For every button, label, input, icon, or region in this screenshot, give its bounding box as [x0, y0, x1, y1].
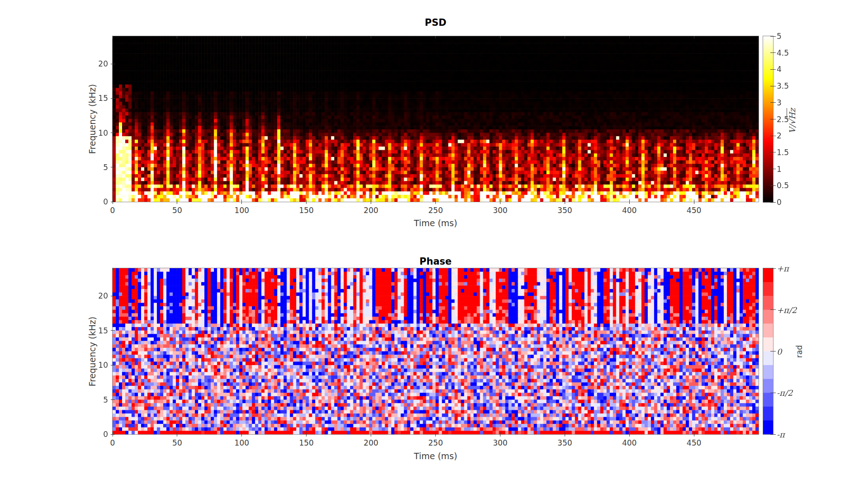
- x-tick-mark: [371, 432, 371, 437]
- colorbar-tick-label: 1: [777, 165, 782, 174]
- y-tick-label: 20: [81, 59, 108, 68]
- colorbar-tick-label: 3: [777, 98, 782, 107]
- x-tick-mark-top: [113, 36, 113, 38]
- x-tick-label: 0: [99, 206, 126, 215]
- colorbar-tick-label: 0.5: [777, 181, 789, 190]
- phase-xlabel: Time (ms): [113, 451, 759, 461]
- x-tick-mark: [694, 432, 694, 437]
- x-tick-mark-top: [565, 268, 565, 271]
- colorbar-tick-label: -π/2: [777, 388, 793, 398]
- x-tick-mark-top: [435, 36, 436, 38]
- x-tick-mark-top: [500, 268, 500, 271]
- x-tick-mark: [306, 199, 307, 204]
- x-tick-mark: [177, 199, 177, 204]
- x-tick-mark: [629, 199, 630, 204]
- x-tick-label: 200: [358, 206, 385, 215]
- y-tick-label: 5: [81, 395, 108, 404]
- x-tick-mark-top: [694, 268, 694, 271]
- phase-heatmap: [113, 268, 759, 434]
- x-tick-label: 150: [293, 438, 320, 447]
- colorbar-tick-mark: [770, 185, 776, 186]
- y-tick-label: 10: [81, 361, 108, 370]
- y-tick-mark: [111, 64, 115, 64]
- phase-plot-area: [112, 268, 759, 435]
- y-tick-mark: [111, 330, 115, 331]
- psd-plot-area: [112, 36, 759, 202]
- x-tick-mark-top: [306, 268, 307, 271]
- psd-xlabel: Time (ms): [113, 218, 759, 228]
- x-tick-mark-top: [565, 36, 565, 38]
- y-tick-mark: [111, 365, 115, 366]
- x-tick-mark: [694, 199, 694, 204]
- x-tick-mark: [177, 432, 177, 437]
- psd-title: PSD: [113, 17, 759, 28]
- colorbar-tick-mark: [770, 152, 776, 152]
- colorbar-tick-label: 0: [777, 198, 782, 207]
- colorbar-tick-mark: [770, 86, 776, 86]
- x-tick-mark-top: [629, 268, 630, 271]
- x-tick-mark: [565, 199, 565, 204]
- x-tick-mark-top: [500, 36, 500, 38]
- x-tick-mark: [500, 432, 500, 437]
- x-tick-mark-top: [241, 268, 242, 271]
- colorbar-tick-label: 1.5: [777, 148, 789, 157]
- x-tick-label: 300: [486, 438, 514, 447]
- x-tick-label: 50: [164, 206, 191, 215]
- x-tick-mark-top: [371, 268, 371, 271]
- x-tick-mark: [629, 432, 630, 437]
- colorbar-tick-label: 3.5: [777, 81, 789, 90]
- y-tick-label: 0: [81, 197, 108, 206]
- colorbar-tick-label: -π: [777, 430, 785, 439]
- x-tick-mark: [371, 199, 371, 204]
- x-tick-label: 300: [486, 206, 514, 215]
- colorbar-tick-mark: [770, 268, 776, 269]
- x-tick-mark-top: [113, 268, 113, 271]
- x-tick-label: 150: [293, 206, 320, 215]
- colorbar-tick-label: 2.5: [777, 115, 789, 124]
- y-tick-label: 10: [81, 128, 108, 138]
- psd-heatmap: [113, 36, 759, 202]
- colorbar-tick-mark: [770, 119, 776, 119]
- x-tick-mark-top: [694, 36, 694, 38]
- phase-colorbar-unit-label: rad: [794, 306, 804, 397]
- x-tick-label: 450: [680, 438, 708, 447]
- colorbar-tick-mark: [770, 102, 776, 103]
- colorbar-tick-mark: [770, 202, 776, 203]
- x-tick-mark-top: [177, 36, 177, 38]
- x-tick-mark-top: [435, 268, 436, 271]
- y-tick-mark: [111, 202, 115, 202]
- x-tick-mark-top: [629, 36, 630, 38]
- y-tick-mark: [111, 133, 115, 133]
- colorbar-tick-label: 2: [777, 131, 782, 140]
- y-tick-mark: [111, 98, 115, 99]
- y-tick-label: 5: [81, 163, 108, 172]
- y-tick-mark: [111, 399, 115, 400]
- colorbar-tick-label: +π/2: [777, 305, 797, 315]
- colorbar-tick-mark: [770, 69, 776, 70]
- x-tick-mark: [306, 432, 307, 437]
- x-tick-mark-top: [177, 268, 177, 271]
- colorbar-tick-mark: [770, 36, 776, 37]
- x-tick-label: 200: [358, 438, 385, 447]
- x-tick-label: 0: [99, 438, 126, 447]
- colorbar-tick-label: 0: [777, 347, 782, 356]
- colorbar-tick-mark: [770, 309, 776, 310]
- x-tick-mark: [435, 199, 436, 204]
- x-tick-label: 450: [680, 206, 708, 215]
- y-tick-label: 15: [81, 326, 108, 335]
- colorbar-tick-mark: [770, 393, 776, 393]
- y-tick-label: 0: [81, 430, 108, 439]
- colorbar-tick-label: 4.5: [777, 48, 789, 57]
- x-tick-label: 250: [422, 206, 449, 215]
- colorbar-tick-label: 5: [777, 32, 782, 41]
- figure-canvas: PSD Frequency (kHz) Time (ms) V/√Hz Phas…: [0, 0, 868, 489]
- x-tick-label: 400: [616, 438, 643, 447]
- y-tick-mark: [111, 296, 115, 296]
- colorbar-tick-label: 4: [777, 65, 782, 74]
- colorbar-tick-mark: [770, 169, 776, 169]
- phase-title: Phase: [113, 256, 759, 267]
- colorbar-tick-label: +π: [777, 264, 789, 273]
- x-tick-label: 350: [551, 438, 578, 447]
- colorbar-tick-mark: [770, 136, 776, 136]
- x-tick-mark: [241, 432, 242, 437]
